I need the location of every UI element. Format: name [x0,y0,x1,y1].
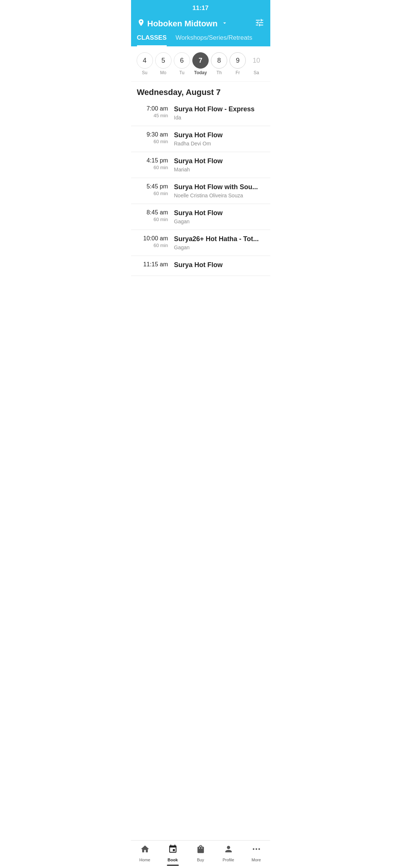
class-info-5: Surya26+ Hot Hatha - Tot... Gagan [174,235,264,250]
location-pin-icon [137,19,145,29]
class-time-4: 8:45 am 60 min [137,209,174,222]
class-list: 7:00 am 45 min Surya Hot Flow - Express … [131,100,270,276]
date-item-7[interactable]: 7 Today [192,52,209,75]
class-time-5: 10:00 am 60 min [137,235,174,248]
class-info-0: Surya Hot Flow - Express Ida [174,105,264,121]
date-item-10[interactable]: 10 Sa [248,52,264,75]
date-number-6: 6 [174,52,190,69]
date-number-7: 7 [192,52,209,69]
tab-workshops[interactable]: Workshops/Series/Retreats [176,34,252,46]
date-day-4: Su [142,70,147,75]
date-day-10: Sa [254,70,259,75]
date-item-8[interactable]: 8 Th [211,52,227,75]
header: Hoboken Midtown [131,15,270,30]
date-item-5[interactable]: 5 Mo [155,52,172,75]
date-number-4: 4 [137,52,153,69]
class-info-2: Surya Hot Flow Mariah [174,157,264,172]
class-time-2: 4:15 pm 60 min [137,157,174,170]
chevron-down-icon [221,20,228,28]
class-item-1[interactable]: 9:30 am 60 min Surya Hot Flow Radha Devi… [131,126,270,152]
class-time-6: 11:15 am [137,261,174,269]
date-item-4[interactable]: 4 Su [137,52,153,75]
date-day-8: Th [216,70,222,75]
tab-bar: CLASSES Workshops/Series/Retreats [131,30,270,46]
date-day-7: Today [194,70,207,75]
class-item-3[interactable]: 5:45 pm 60 min Surya Hot Flow with Sou..… [131,178,270,204]
filter-icon[interactable] [255,18,264,30]
date-number-9: 9 [229,52,246,69]
date-day-5: Mo [160,70,166,75]
class-item-4[interactable]: 8:45 am 60 min Surya Hot Flow Gagan [131,204,270,230]
class-time-1: 9:30 am 60 min [137,131,174,144]
status-bar: 11:17 [131,0,270,15]
date-number-10: 10 [248,52,264,69]
date-selector: 4 Su 5 Mo 6 Tu 7 Today 8 Th 9 Fr 10 Sa [131,46,270,82]
location-selector[interactable]: Hoboken Midtown [137,19,228,29]
class-item-6[interactable]: 11:15 am Surya Hot Flow [131,256,270,276]
class-time-3: 5:45 pm 60 min [137,183,174,196]
date-day-6: Tu [179,70,185,75]
location-name: Hoboken Midtown [147,19,218,29]
class-info-6: Surya Hot Flow [174,261,264,270]
class-info-1: Surya Hot Flow Radha Devi Om [174,131,264,147]
date-item-9[interactable]: 9 Fr [229,52,246,75]
class-item-2[interactable]: 4:15 pm 60 min Surya Hot Flow Mariah [131,152,270,178]
tab-classes[interactable]: CLASSES [137,34,167,46]
date-number-8: 8 [211,52,227,69]
class-item-5[interactable]: 10:00 am 60 min Surya26+ Hot Hatha - Tot… [131,230,270,256]
date-number-5: 5 [155,52,172,69]
class-info-4: Surya Hot Flow Gagan [174,209,264,224]
date-day-9: Fr [236,70,240,75]
class-time-0: 7:00 am 45 min [137,105,174,118]
status-time: 11:17 [192,4,208,11]
class-item-0[interactable]: 7:00 am 45 min Surya Hot Flow - Express … [131,100,270,126]
date-item-6[interactable]: 6 Tu [174,52,190,75]
section-date-heading: Wednesday, August 7 [131,82,270,100]
class-info-3: Surya Hot Flow with Sou... Noelle Cristi… [174,183,264,198]
